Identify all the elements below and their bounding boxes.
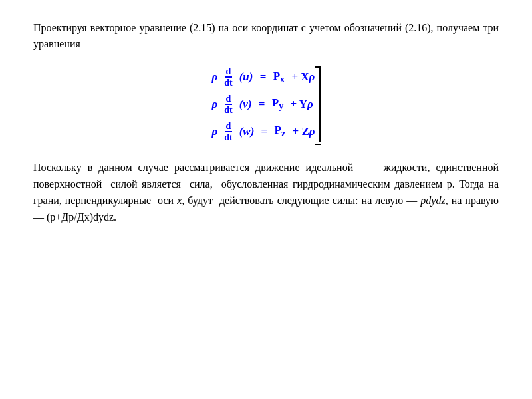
arg-3: (w) (239, 125, 255, 138)
fraction-1: d dt (223, 66, 233, 88)
fraction-3: d dt (223, 121, 233, 143)
arg-2: (v) (239, 98, 252, 111)
Px-label: Px (273, 70, 285, 85)
equations-group: ρ d dt (u) = Px + Xρ ρ d dt (v) = (211, 66, 320, 142)
arg-1: (u) (239, 70, 253, 84)
frac-num-3: d (225, 121, 233, 132)
eq-sign-1: = (257, 70, 269, 84)
equation-row-1: ρ d dt (u) = Px + Xρ (211, 66, 315, 88)
equation-block: ρ d dt (u) = Px + Xρ ρ d dt (v) = (33, 66, 499, 142)
rho-1: ρ (211, 70, 217, 84)
plus-Z-rho-3: + Zρ (289, 125, 315, 138)
rho-2: ρ (211, 98, 217, 111)
Pz-label: Pz (275, 124, 286, 139)
italic-x: x, (177, 195, 184, 206)
Py-label: Py (272, 96, 283, 112)
italic-pdydz: pdydz (420, 195, 445, 206)
fraction-2: d dt (223, 94, 233, 116)
eq-sign-2: = (256, 98, 268, 111)
plus-Y-rho-2: + Yρ (287, 98, 313, 111)
first-paragraph: Проектируя векторное уравнение (2.15) на… (33, 20, 499, 52)
plus-X-rho-1: + Xρ (289, 70, 315, 84)
frac-den-2: dt (223, 105, 233, 115)
equation-row-3: ρ d dt (w) = Pz + Zρ (211, 121, 315, 143)
eq-sign-3: = (258, 125, 270, 138)
rho-3: ρ (211, 125, 217, 138)
frac-num-1: d (225, 66, 233, 78)
second-paragraph: Поскольку в данном случае рассматриваетс… (33, 160, 499, 225)
frac-den-3: dt (223, 132, 233, 142)
page: Проектируя векторное уравнение (2.15) на… (0, 0, 532, 399)
frac-den-1: dt (223, 78, 233, 88)
equation-row-2: ρ d dt (v) = Py + Yρ (211, 94, 313, 116)
frac-num-2: d (225, 94, 233, 105)
